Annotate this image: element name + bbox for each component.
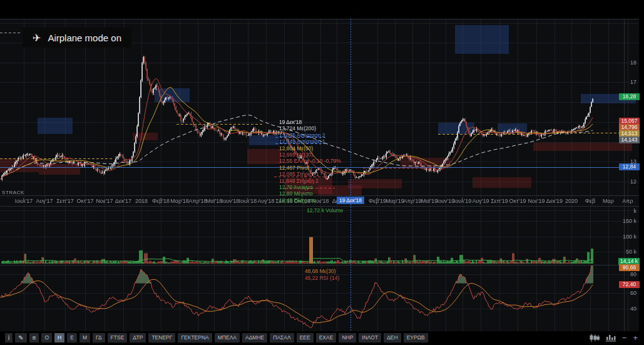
time-axis-tick: Δεκ'17 bbox=[115, 198, 131, 204]
info-icon[interactable]: i bbox=[5, 333, 13, 342]
time-axis-tick: 2020 bbox=[565, 198, 578, 204]
histogram-icon[interactable] bbox=[606, 334, 616, 342]
symbol-button-ΙΝΛΟΤ[interactable]: ΙΝΛΟΤ bbox=[359, 333, 381, 342]
price-axis-tick: 12 bbox=[630, 178, 636, 185]
legend-line: 12,55 ΕΛΛ.g -0,10 -0,79% bbox=[279, 158, 341, 164]
symbol-button-ΜΠΕΛΑ[interactable]: ΜΠΕΛΑ bbox=[215, 333, 240, 342]
timeframe-button-Ο[interactable]: Ο bbox=[41, 333, 52, 342]
strategy-label: STRACK bbox=[2, 190, 24, 195]
legend-line: 12,849 Αντίσταση 1 bbox=[279, 138, 341, 145]
symbol-button-ΑΔΜΗΕ[interactable]: ΑΔΜΗΕ bbox=[242, 333, 267, 342]
time-axis-tick: Φεβ bbox=[585, 198, 595, 204]
rsi-axis-tick: 40 bbox=[630, 306, 636, 312]
price-axis-badge: 16,28 bbox=[619, 93, 640, 100]
volume-axis-tick: 50 k bbox=[626, 249, 636, 255]
time-axis-tick: Νοε'17 bbox=[96, 198, 113, 204]
time-axis-tick: Ιουν'18 bbox=[222, 198, 240, 204]
symbol-button-ΝΗΡ[interactable]: ΝΗΡ bbox=[339, 333, 356, 342]
symbol-button-ΕΧΑΕ[interactable]: ΕΧΑΕ bbox=[316, 333, 337, 342]
rsi-legend: 48,68 Με(30)45,22 RSI (14) bbox=[305, 268, 339, 281]
rsi-axis-badge: 90,66 bbox=[619, 264, 640, 271]
notification-text: Airplane mode on bbox=[48, 33, 121, 43]
legend-line: 12,40 Ελάχιστο bbox=[279, 197, 341, 203]
candlestick-chart-icon[interactable] bbox=[590, 334, 600, 342]
symbol-button-ΕΥΡΩΒ[interactable]: ΕΥΡΩΒ bbox=[404, 333, 428, 342]
legend-line: 13,724 Με(200) bbox=[279, 125, 341, 131]
symbol-button-ΠΑΣΑΛ[interactable]: ΠΑΣΑΛ bbox=[270, 333, 294, 342]
time-axis-tick: Οκτ'19 bbox=[509, 198, 526, 204]
volume-legend: 12,72 k Volume bbox=[307, 207, 344, 214]
volume-axis-tick: k bbox=[634, 208, 637, 214]
trading-app-window: { "notification": { "icon": "airplane-ic… bbox=[0, 0, 644, 345]
symbol-legend: 19 Δεκ'1813,724 Με(200)13,035 Αντίσταση … bbox=[279, 119, 341, 203]
timeframe-button-Η[interactable]: Η bbox=[54, 333, 64, 342]
draw-icon[interactable]: ✎ bbox=[15, 333, 26, 342]
legend-line: 12,085 Στήριξη 1 bbox=[279, 171, 341, 177]
airplane-mode-notification[interactable]: ✈ Airplane mode on bbox=[23, 28, 131, 48]
legend-line: 13,035 Αντίσταση 2 bbox=[279, 132, 341, 138]
legend-line: 12,80 Μέγιστο bbox=[279, 190, 341, 197]
volume-axis-tick: 100 k bbox=[623, 234, 636, 240]
time-axis-tick: Αυγ'18 bbox=[257, 198, 274, 204]
price-axis-tick: 17 bbox=[630, 79, 636, 85]
list-icon[interactable]: ≡ bbox=[29, 333, 39, 342]
toolbar-right-icons: − + bbox=[590, 334, 638, 342]
time-axis-tick: Ιουλ'19 bbox=[454, 198, 472, 204]
rsi-legend-line: 48,68 Με(30) bbox=[305, 268, 339, 275]
rsi-axis-tick: 60 bbox=[630, 290, 636, 296]
legend-line: 12,467 Pivot bbox=[279, 165, 341, 171]
symbol-button-ΓΕΚΤΕΡΝΑ[interactable]: ΓΕΚΤΕΡΝΑ bbox=[178, 333, 212, 342]
time-axis-tick: 2018 bbox=[135, 198, 148, 204]
time-axis-tick: Ιουν'19 bbox=[437, 198, 455, 204]
price-axis-badge: 12,84 bbox=[619, 163, 640, 170]
time-axis-tick: Μαρ bbox=[603, 198, 614, 204]
price-axis-tick: 18 bbox=[630, 59, 636, 66]
legend-line: 11,849 Στήριξη 2 bbox=[279, 178, 341, 184]
time-axis-tick: Φεβ'19 bbox=[369, 198, 386, 204]
zoom-in-icon[interactable]: + bbox=[633, 334, 638, 342]
rsi-legend-line: 45,22 RSI (14) bbox=[305, 275, 339, 282]
time-axis-tick: Νοε'19 bbox=[528, 198, 544, 204]
time-axis-tick: Απρ bbox=[622, 198, 633, 204]
symbol-button-ΔΕΗ[interactable]: ΔΕΗ bbox=[384, 333, 401, 342]
legend-line: 12,665 Με(30) bbox=[279, 152, 341, 158]
time-axis-tick: Σεπ'17 bbox=[56, 198, 74, 204]
time-axis-tick: Μαϊ'18 bbox=[206, 198, 222, 204]
symbol-button-FTSE[interactable]: FTSE bbox=[108, 333, 128, 342]
time-axis-tick: Δεκ'19 bbox=[546, 198, 563, 204]
time-axis-tick: Ιουλ'18 bbox=[239, 198, 257, 204]
timeframe-button-Ε[interactable]: Ε bbox=[67, 333, 77, 342]
zoom-out-icon[interactable]: − bbox=[622, 334, 627, 342]
time-axis-tick: Μαϊ'19 bbox=[421, 198, 437, 204]
symbol-button-ΤΕΝΕΡΓ[interactable]: ΤΕΝΕΡΓ bbox=[148, 333, 175, 342]
time-axis-tick: Αυγ'19 bbox=[472, 198, 489, 204]
legend-line: 19 Δεκ'18 bbox=[279, 119, 341, 125]
timeframe-button-Μ[interactable]: Μ bbox=[79, 333, 90, 342]
symbol-button-ΓΔ[interactable]: ΓΔ bbox=[93, 333, 105, 342]
price-axis-badge: 14,143 bbox=[619, 136, 640, 143]
time-axis-tick: Οκτ'17 bbox=[77, 198, 94, 204]
time-axis-tick: Αυγ'17 bbox=[36, 198, 53, 204]
legend-line: 12,804 Με(50) bbox=[279, 145, 341, 152]
legend-line: 12,70 Άνοιγμα bbox=[279, 184, 341, 190]
time-axis-tick: Απρ'19 bbox=[403, 198, 421, 204]
rsi-axis-tick: 80 bbox=[630, 271, 636, 277]
time-axis-tick: Απρ'18 bbox=[188, 198, 207, 204]
time-axis-tick: Μαρ'18 bbox=[170, 198, 189, 204]
time-axis-tick: Σεπ'19 bbox=[491, 198, 508, 204]
rsi-axis-badge: 72,40 bbox=[619, 281, 640, 288]
symbol-button-ΕΕΕ[interactable]: ΕΕΕ bbox=[297, 333, 314, 342]
volume-axis-tick: 150 k bbox=[623, 218, 636, 224]
time-axis-tick: Ιουλ'17 bbox=[15, 198, 33, 204]
airplane-icon: ✈ bbox=[33, 32, 41, 44]
time-axis-tick: Φεβ'18 bbox=[152, 198, 170, 204]
bottom-toolbar: i✎≡ΟΗΕΜΓΔFTSEΔΤΡΤΕΝΕΡΓΓΕΚΤΕΡΝΑΜΠΕΛΑΑΔΜΗΕ… bbox=[0, 331, 644, 344]
time-axis-tick: Μαρ'19 bbox=[386, 198, 404, 204]
symbol-button-ΔΤΡ[interactable]: ΔΤΡ bbox=[130, 333, 146, 342]
